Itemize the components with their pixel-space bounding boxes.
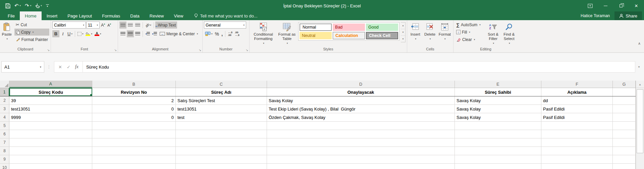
cell-style-good[interactable]: Good [366,24,398,31]
font-dialog-launcher[interactable]: ↘ [114,48,117,52]
fill-color-button[interactable]: ▾ [85,30,93,37]
cell-F5[interactable] [541,122,613,130]
tab-view[interactable]: View [169,11,188,20]
collapse-ribbon-icon[interactable]: ∧ [638,41,641,46]
cell-B8[interactable] [92,147,176,155]
borders-button[interactable]: ▾ [76,30,85,37]
select-all-corner[interactable] [0,81,9,88]
comma-style-button[interactable]: , [220,30,224,37]
top-align-button[interactable] [119,22,126,29]
formula-bar-divider[interactable]: ⋮ [47,65,51,69]
close-button[interactable]: ✕ [629,0,644,11]
cell-D6[interactable] [267,130,455,138]
clear-caret-icon[interactable]: ▾ [474,38,475,41]
scroll-up-icon[interactable]: ▴ [636,81,644,88]
cell-C3[interactable]: test13051 [176,105,267,113]
wrap-text-button[interactable]: ↩ Wrap Text [155,22,177,29]
cell-A5[interactable] [9,122,92,130]
row-header-6[interactable]: 6 [0,130,9,138]
cell-C1[interactable]: Süreç Adı [176,88,267,96]
cell-A9[interactable] [9,155,92,163]
increase-decimal-button[interactable]: ←.0.00 [227,30,233,37]
accounting-format-button[interactable]: ▾ [204,30,214,37]
increase-font-button[interactable]: A▴ [100,22,106,29]
font-size-combo[interactable]: 11▾ [86,22,100,29]
decrease-indent-button[interactable]: ◂ [144,30,151,37]
percent-style-button[interactable]: % [214,30,220,37]
touch-mode-button[interactable]: ▾ [35,3,42,8]
restore-button[interactable] [613,0,629,11]
cell-C6[interactable] [176,130,267,138]
column-header-D[interactable]: D [267,81,455,88]
column-header-E[interactable]: E [455,81,541,88]
save-button[interactable] [5,3,10,8]
cell-C9[interactable] [176,155,267,163]
cell-G10[interactable] [613,164,636,169]
cell-D5[interactable] [267,122,455,130]
format-painter-button[interactable]: Format Painter [14,36,49,43]
gallery-scroll-down-icon[interactable]: ▾ [401,29,405,36]
cell-C10[interactable] [176,164,267,169]
cell-G2[interactable] [613,96,636,104]
merge-center-button[interactable]: ↔ Merge & Center ▾ [158,30,199,37]
underline-caret-icon[interactable]: ▾ [71,33,72,35]
middle-align-button[interactable] [127,22,134,29]
cell-E1[interactable]: Süreç Sahibi [455,88,541,96]
cell-C2[interactable]: Satış Süreçleri Test [176,96,267,104]
number-dialog-launcher[interactable]: ↘ [246,48,248,52]
italic-button[interactable]: I [60,30,66,37]
cell-E2[interactable]: Savaş Kolay [455,96,541,104]
cell-E3[interactable]: Savaş Kolay [455,105,541,113]
cell-E5[interactable] [455,122,541,130]
cell-F3[interactable]: Pasif Edildi [541,105,613,113]
cell-F6[interactable] [541,130,613,138]
cell-D1[interactable]: Onaylayacak [267,88,455,96]
column-header-C[interactable]: C [176,81,267,88]
cell-D4[interactable]: Özden Çakmak, Savaş Kolay [267,113,455,121]
fill-caret-icon[interactable]: ▾ [469,31,470,34]
minimize-button[interactable] [598,0,613,11]
cell-F2[interactable]: dd [541,96,613,104]
undo-caret-icon[interactable]: ▾ [20,4,21,7]
row-header-5[interactable]: 5 [0,122,9,130]
cell-F1[interactable]: Açıklama [541,88,613,96]
cell-A8[interactable] [9,147,92,155]
cell-style-calculation[interactable]: Calculation [333,32,365,39]
paste-button[interactable]: Paste ▾ [1,21,12,47]
decrease-font-button[interactable]: A▾ [106,22,112,29]
cell-A7[interactable] [9,138,92,146]
cell-G9[interactable] [613,155,636,163]
cell-D3[interactable]: Test Ekip Lideri (Savaş Kolay) , Bilal G… [267,105,455,113]
cell-E7[interactable] [455,138,541,146]
cell-B6[interactable] [92,130,176,138]
cell-F8[interactable] [541,147,613,155]
conditional-formatting-button[interactable]: ≠ Conditional Formatting▾ [251,21,276,47]
tab-file[interactable]: File [3,11,20,20]
autosum-button[interactable]: ∑ AutoSum ▾ [455,21,485,28]
cell-G6[interactable] [613,130,636,138]
cell-A4[interactable]: 9999 [9,113,92,121]
cell-D10[interactable] [267,164,455,169]
alignment-dialog-launcher[interactable]: ↘ [199,48,201,52]
font-color-button[interactable]: A ▾ [94,30,102,37]
clear-button[interactable]: Clear ▾ [455,36,485,43]
row-header-7[interactable]: 7 [0,138,9,146]
borders-caret-icon[interactable]: ▾ [82,33,84,35]
cell-D8[interactable] [267,147,455,155]
cell-C5[interactable] [176,122,267,130]
cell-A2[interactable]: 39 [9,96,92,104]
redo-caret-icon[interactable]: ▾ [30,4,32,7]
cell-E10[interactable] [455,164,541,169]
tab-page-layout[interactable]: Page Layout [62,11,97,20]
cell-A1[interactable]: Süreç Kodu [9,88,92,96]
name-box[interactable]: A1 ▾ [1,61,44,73]
orientation-button[interactable]: ab▾ [144,22,152,29]
cell-F4[interactable]: Pasif Edildi [541,113,613,121]
cell-D2[interactable]: Savaş Kolay [267,96,455,104]
enter-button[interactable]: ✓ [67,65,70,70]
scroll-thumb[interactable] [637,89,643,153]
cell-style-neutral[interactable]: Neutral [300,32,332,39]
name-box-caret-icon[interactable]: ▾ [40,66,41,69]
column-header-B[interactable]: B [92,81,176,88]
cell-C4[interactable]: test [176,113,267,121]
